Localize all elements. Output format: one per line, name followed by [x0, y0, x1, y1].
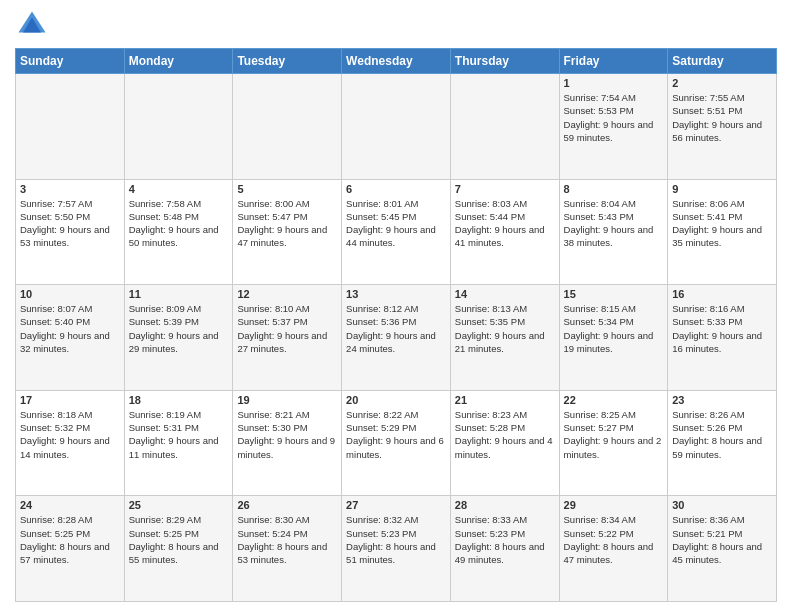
day-info: Sunrise: 7:57 AMSunset: 5:50 PMDaylight:… [20, 197, 120, 250]
header [15, 10, 777, 40]
calendar-header-row: SundayMondayTuesdayWednesdayThursdayFrid… [16, 49, 777, 74]
day-number: 21 [455, 394, 555, 406]
day-info: Sunrise: 8:03 AMSunset: 5:44 PMDaylight:… [455, 197, 555, 250]
day-info: Sunrise: 8:26 AMSunset: 5:26 PMDaylight:… [672, 408, 772, 461]
day-number: 23 [672, 394, 772, 406]
calendar-cell: 19Sunrise: 8:21 AMSunset: 5:30 PMDayligh… [233, 390, 342, 496]
day-info: Sunrise: 7:55 AMSunset: 5:51 PMDaylight:… [672, 91, 772, 144]
calendar-cell: 3Sunrise: 7:57 AMSunset: 5:50 PMDaylight… [16, 179, 125, 285]
calendar-cell: 7Sunrise: 8:03 AMSunset: 5:44 PMDaylight… [450, 179, 559, 285]
calendar: SundayMondayTuesdayWednesdayThursdayFrid… [15, 48, 777, 602]
day-number: 9 [672, 183, 772, 195]
day-info: Sunrise: 8:13 AMSunset: 5:35 PMDaylight:… [455, 302, 555, 355]
calendar-week-5: 24Sunrise: 8:28 AMSunset: 5:25 PMDayligh… [16, 496, 777, 602]
day-info: Sunrise: 8:34 AMSunset: 5:22 PMDaylight:… [564, 513, 664, 566]
calendar-cell: 21Sunrise: 8:23 AMSunset: 5:28 PMDayligh… [450, 390, 559, 496]
day-info: Sunrise: 8:10 AMSunset: 5:37 PMDaylight:… [237, 302, 337, 355]
day-info: Sunrise: 8:28 AMSunset: 5:25 PMDaylight:… [20, 513, 120, 566]
day-info: Sunrise: 7:54 AMSunset: 5:53 PMDaylight:… [564, 91, 664, 144]
calendar-cell: 24Sunrise: 8:28 AMSunset: 5:25 PMDayligh… [16, 496, 125, 602]
calendar-header-saturday: Saturday [668, 49, 777, 74]
calendar-cell: 10Sunrise: 8:07 AMSunset: 5:40 PMDayligh… [16, 285, 125, 391]
calendar-cell: 4Sunrise: 7:58 AMSunset: 5:48 PMDaylight… [124, 179, 233, 285]
day-number: 22 [564, 394, 664, 406]
calendar-cell: 30Sunrise: 8:36 AMSunset: 5:21 PMDayligh… [668, 496, 777, 602]
calendar-cell [16, 74, 125, 180]
calendar-header-thursday: Thursday [450, 49, 559, 74]
calendar-cell: 20Sunrise: 8:22 AMSunset: 5:29 PMDayligh… [342, 390, 451, 496]
day-info: Sunrise: 8:21 AMSunset: 5:30 PMDaylight:… [237, 408, 337, 461]
calendar-cell: 23Sunrise: 8:26 AMSunset: 5:26 PMDayligh… [668, 390, 777, 496]
calendar-cell: 13Sunrise: 8:12 AMSunset: 5:36 PMDayligh… [342, 285, 451, 391]
day-number: 26 [237, 499, 337, 511]
day-number: 1 [564, 77, 664, 89]
calendar-week-3: 10Sunrise: 8:07 AMSunset: 5:40 PMDayligh… [16, 285, 777, 391]
calendar-cell: 9Sunrise: 8:06 AMSunset: 5:41 PMDaylight… [668, 179, 777, 285]
day-number: 4 [129, 183, 229, 195]
day-info: Sunrise: 8:07 AMSunset: 5:40 PMDaylight:… [20, 302, 120, 355]
day-number: 20 [346, 394, 446, 406]
day-info: Sunrise: 8:00 AMSunset: 5:47 PMDaylight:… [237, 197, 337, 250]
day-number: 5 [237, 183, 337, 195]
day-info: Sunrise: 8:06 AMSunset: 5:41 PMDaylight:… [672, 197, 772, 250]
day-info: Sunrise: 8:30 AMSunset: 5:24 PMDaylight:… [237, 513, 337, 566]
day-number: 2 [672, 77, 772, 89]
day-number: 7 [455, 183, 555, 195]
day-number: 25 [129, 499, 229, 511]
calendar-header-sunday: Sunday [16, 49, 125, 74]
logo [15, 10, 47, 40]
calendar-cell: 12Sunrise: 8:10 AMSunset: 5:37 PMDayligh… [233, 285, 342, 391]
calendar-cell: 6Sunrise: 8:01 AMSunset: 5:45 PMDaylight… [342, 179, 451, 285]
calendar-cell: 1Sunrise: 7:54 AMSunset: 5:53 PMDaylight… [559, 74, 668, 180]
day-number: 17 [20, 394, 120, 406]
calendar-cell: 8Sunrise: 8:04 AMSunset: 5:43 PMDaylight… [559, 179, 668, 285]
day-info: Sunrise: 8:18 AMSunset: 5:32 PMDaylight:… [20, 408, 120, 461]
calendar-cell [233, 74, 342, 180]
day-info: Sunrise: 8:33 AMSunset: 5:23 PMDaylight:… [455, 513, 555, 566]
day-number: 8 [564, 183, 664, 195]
calendar-cell: 14Sunrise: 8:13 AMSunset: 5:35 PMDayligh… [450, 285, 559, 391]
day-info: Sunrise: 8:32 AMSunset: 5:23 PMDaylight:… [346, 513, 446, 566]
day-number: 18 [129, 394, 229, 406]
calendar-cell [124, 74, 233, 180]
day-number: 29 [564, 499, 664, 511]
calendar-cell: 28Sunrise: 8:33 AMSunset: 5:23 PMDayligh… [450, 496, 559, 602]
calendar-week-4: 17Sunrise: 8:18 AMSunset: 5:32 PMDayligh… [16, 390, 777, 496]
calendar-cell: 22Sunrise: 8:25 AMSunset: 5:27 PMDayligh… [559, 390, 668, 496]
calendar-cell: 17Sunrise: 8:18 AMSunset: 5:32 PMDayligh… [16, 390, 125, 496]
calendar-cell [342, 74, 451, 180]
day-number: 14 [455, 288, 555, 300]
calendar-cell [450, 74, 559, 180]
calendar-cell: 15Sunrise: 8:15 AMSunset: 5:34 PMDayligh… [559, 285, 668, 391]
day-info: Sunrise: 8:16 AMSunset: 5:33 PMDaylight:… [672, 302, 772, 355]
calendar-cell: 2Sunrise: 7:55 AMSunset: 5:51 PMDaylight… [668, 74, 777, 180]
day-number: 30 [672, 499, 772, 511]
day-number: 12 [237, 288, 337, 300]
calendar-header-wednesday: Wednesday [342, 49, 451, 74]
day-number: 15 [564, 288, 664, 300]
calendar-header-monday: Monday [124, 49, 233, 74]
day-number: 24 [20, 499, 120, 511]
calendar-week-2: 3Sunrise: 7:57 AMSunset: 5:50 PMDaylight… [16, 179, 777, 285]
calendar-week-1: 1Sunrise: 7:54 AMSunset: 5:53 PMDaylight… [16, 74, 777, 180]
calendar-cell: 25Sunrise: 8:29 AMSunset: 5:25 PMDayligh… [124, 496, 233, 602]
calendar-header-tuesday: Tuesday [233, 49, 342, 74]
day-info: Sunrise: 8:25 AMSunset: 5:27 PMDaylight:… [564, 408, 664, 461]
day-info: Sunrise: 8:04 AMSunset: 5:43 PMDaylight:… [564, 197, 664, 250]
day-info: Sunrise: 8:29 AMSunset: 5:25 PMDaylight:… [129, 513, 229, 566]
page: SundayMondayTuesdayWednesdayThursdayFrid… [0, 0, 792, 612]
logo-icon [17, 10, 47, 40]
calendar-cell: 26Sunrise: 8:30 AMSunset: 5:24 PMDayligh… [233, 496, 342, 602]
day-info: Sunrise: 8:12 AMSunset: 5:36 PMDaylight:… [346, 302, 446, 355]
day-info: Sunrise: 8:15 AMSunset: 5:34 PMDaylight:… [564, 302, 664, 355]
day-info: Sunrise: 8:22 AMSunset: 5:29 PMDaylight:… [346, 408, 446, 461]
calendar-cell: 16Sunrise: 8:16 AMSunset: 5:33 PMDayligh… [668, 285, 777, 391]
day-number: 16 [672, 288, 772, 300]
day-number: 6 [346, 183, 446, 195]
day-info: Sunrise: 8:23 AMSunset: 5:28 PMDaylight:… [455, 408, 555, 461]
day-number: 3 [20, 183, 120, 195]
calendar-cell: 29Sunrise: 8:34 AMSunset: 5:22 PMDayligh… [559, 496, 668, 602]
calendar-cell: 27Sunrise: 8:32 AMSunset: 5:23 PMDayligh… [342, 496, 451, 602]
calendar-cell: 11Sunrise: 8:09 AMSunset: 5:39 PMDayligh… [124, 285, 233, 391]
day-number: 27 [346, 499, 446, 511]
